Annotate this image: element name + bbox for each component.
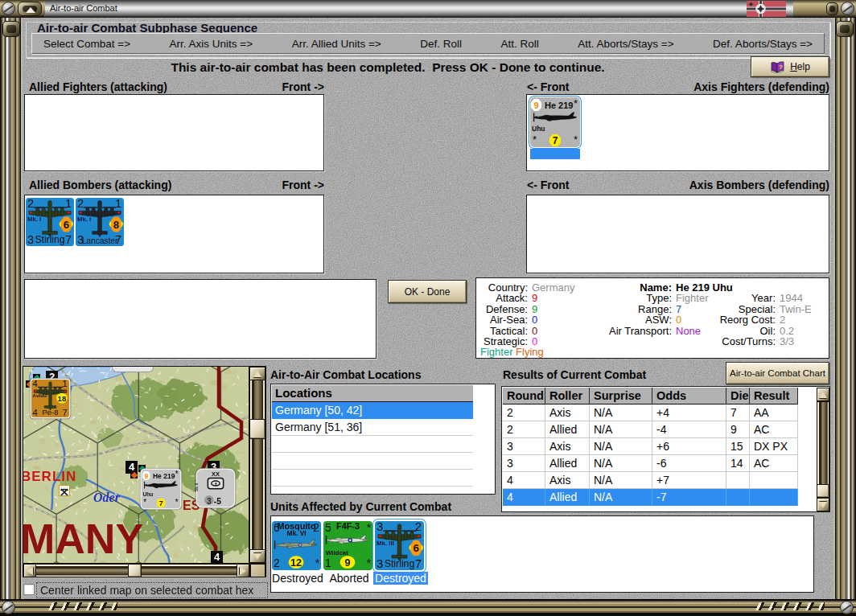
unit-counter[interactable]: XXSk II3-5: [197, 470, 234, 507]
results-cell-r1c5[interactable]: AC: [750, 421, 798, 438]
screw-icon: [840, 601, 854, 614]
location-row-1[interactable]: Germany [51, 36]: [272, 419, 473, 436]
center-map-checkbox[interactable]: [23, 584, 35, 595]
allied-fighters-box[interactable]: [24, 94, 324, 171]
allied-bombers-front-label: Front ->: [163, 179, 324, 191]
affected-unit-status: Aborted: [322, 572, 377, 585]
status-text: This air-to-air combat has been complete…: [23, 60, 753, 75]
map-vertical-scrollbar[interactable]: [249, 380, 265, 550]
results-cell-r1c0[interactable]: 2: [503, 421, 545, 438]
results-scroll-up-button[interactable]: [817, 388, 829, 401]
marker-dot: [130, 471, 137, 478]
axis-fighters-box[interactable]: 9He 219* Uhu**7: [526, 94, 829, 171]
results-cell-r4c0[interactable]: 4: [503, 472, 545, 489]
location-row-0[interactable]: Germany [50, 42]: [272, 402, 473, 419]
title-bar-right-button[interactable]: [826, 2, 838, 15]
results-cell-r2c4[interactable]: 15: [726, 438, 750, 455]
results-cell-r2c3[interactable]: +6: [652, 438, 726, 455]
center-map-checkbox-label[interactable]: Center linked map on selected combat hex: [36, 582, 268, 598]
help-button[interactable]: ? Help: [751, 56, 829, 77]
location-row-2[interactable]: [272, 436, 473, 453]
results-cell-r1c1[interactable]: Allied: [545, 421, 590, 438]
location-row-4[interactable]: [272, 470, 473, 487]
map-scroll-down-button[interactable]: [249, 549, 265, 563]
map-scroll-right-button[interactable]: [237, 564, 249, 577]
counter-corner-number: *: [367, 557, 371, 569]
results-cell-r1c2[interactable]: N/A: [590, 421, 652, 438]
results-cell-r3c0[interactable]: 3: [503, 455, 545, 472]
unit-counter[interactable]: 622*MosquitoMk. VI 12: [272, 521, 321, 570]
results-cell-r5c3[interactable]: -7: [652, 489, 726, 506]
results-scrollbar[interactable]: [817, 401, 829, 498]
results-cell-r4c5[interactable]: [750, 472, 798, 489]
collapse-button[interactable]: [18, 2, 42, 16]
hex-number-label: 4: [211, 551, 223, 563]
unit-counter[interactable]: 9He 219* Uhu**7: [530, 97, 580, 147]
unit-counter[interactable]: 2137 LancasterMk. I8: [76, 198, 124, 246]
results-cell-r3c1[interactable]: Allied: [545, 455, 590, 472]
results-table: RoundRollerSurpriseOddsDieResult2AxisN/A…: [501, 386, 830, 512]
counter-name: F4F-3: [323, 521, 372, 531]
results-cell-r5c5[interactable]: [750, 489, 798, 506]
counter-name: Lancaster: [76, 236, 124, 245]
unit-status-fighter: Fighter: [480, 346, 512, 358]
subphase-groupbox: Air-to-air Combat Subphase Sequence Sele…: [26, 22, 830, 58]
results-cell-r3c3[interactable]: -6: [652, 455, 726, 472]
counter-factor: 18: [56, 393, 68, 404]
results-scroll-down-button[interactable]: [817, 498, 829, 511]
results-cell-r0c1[interactable]: Axis: [545, 405, 590, 421]
results-cell-r4c4[interactable]: [726, 472, 750, 489]
unit-counter[interactable]: 4147 Pe-8Ash8218: [31, 380, 69, 417]
results-cell-r3c2[interactable]: N/A: [590, 455, 652, 472]
combat-chart-button[interactable]: Air-to-air Combat Chart: [726, 362, 829, 384]
help-book-icon: ?: [770, 61, 785, 73]
results-cell-r5c0[interactable]: 4: [503, 489, 545, 506]
results-cell-r2c0[interactable]: 3: [503, 438, 545, 455]
counter-subname: Ash82: [33, 393, 47, 399]
results-cell-r3c4[interactable]: 14: [726, 455, 750, 472]
results-cell-r5c1[interactable]: Allied: [545, 489, 590, 506]
results-cell-r0c4[interactable]: 7: [726, 405, 750, 421]
results-cell-r0c5[interactable]: AA: [750, 405, 798, 421]
axis-bombers-box[interactable]: [526, 195, 829, 273]
results-cell-r2c5[interactable]: DX PX: [750, 438, 798, 455]
results-cell-r2c2[interactable]: N/A: [590, 438, 652, 455]
unit-counter[interactable]: 2137 StirlingMk. I6: [26, 198, 74, 246]
results-cell-r4c3[interactable]: +7: [652, 472, 726, 489]
counter-plane: [324, 534, 370, 550]
results-cell-r5c2[interactable]: N/A: [590, 489, 652, 506]
counter-badge: 9: [142, 471, 150, 481]
results-cell-r0c2[interactable]: N/A: [590, 405, 652, 421]
map-view[interactable]: BERLIN MANY Oder ES 24344147 Pe-8Ash8218…: [23, 367, 249, 563]
map-scroll-up-button[interactable]: [249, 367, 265, 380]
subphase-step-6: Def. Aborts/Stays =>: [713, 38, 813, 50]
map-scroll-left-button[interactable]: [23, 564, 36, 577]
results-cell-r1c4[interactable]: 9: [726, 421, 750, 438]
results-cell-r2c1[interactable]: Axis: [545, 438, 590, 455]
results-cell-r5c4[interactable]: [726, 489, 750, 506]
map-vertical-scroll-thumb[interactable]: [249, 419, 265, 439]
allied-bombers-box[interactable]: 2137 StirlingMk. I62137: [24, 195, 324, 273]
unit-counter[interactable]: 9He 219* Uhu**7: [142, 470, 180, 508]
division-value2: -5: [214, 497, 221, 505]
unit-counter[interactable]: 5*1*F4F-3 Wildcat9: [323, 521, 372, 570]
results-cell-r0c3[interactable]: +4: [652, 405, 726, 421]
selection-box[interactable]: [24, 279, 377, 359]
app-window: Air-to-air Combat: [0, 0, 856, 616]
results-col-roller: Roller: [545, 388, 590, 405]
axis-bombers-front-label: <- Front: [527, 179, 570, 191]
location-row-5[interactable]: [272, 487, 473, 495]
results-scroll-thumb[interactable]: [817, 484, 829, 498]
location-row-3[interactable]: [272, 453, 473, 470]
results-cell-r1c3[interactable]: -4: [652, 421, 726, 438]
ok-done-button[interactable]: OK - Done: [388, 280, 467, 303]
results-cell-r0c0[interactable]: 2: [503, 405, 545, 421]
results-cell-r3c5[interactable]: AC: [750, 455, 798, 472]
map-horizontal-scroll-thumb[interactable]: [128, 564, 142, 577]
unit-counter[interactable]: 3237 StirlingMk. III6: [375, 521, 424, 570]
results-col-result: Result: [750, 388, 798, 405]
locations-title: Air-to-Air Combat Locations: [270, 368, 421, 381]
results-cell-r4c1[interactable]: Axis: [545, 472, 590, 489]
results-cell-r4c2[interactable]: N/A: [590, 472, 652, 489]
counter-name: Pe-8: [31, 409, 69, 417]
